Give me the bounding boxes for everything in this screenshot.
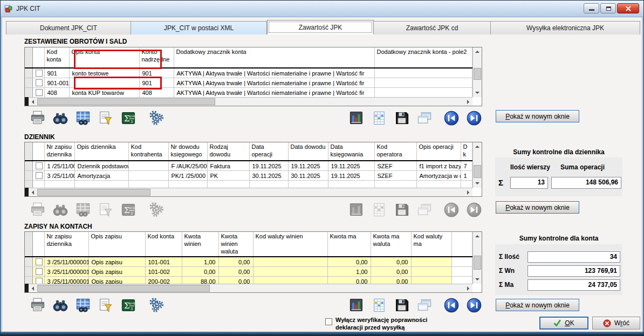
windows-copy-icon[interactable] xyxy=(416,297,433,313)
ok-button[interactable]: OK xyxy=(539,317,588,330)
vertical-scrollbar[interactable] xyxy=(472,142,482,188)
table-search-icon[interactable] xyxy=(75,297,91,313)
scrollbar-thumb[interactable] xyxy=(474,68,481,80)
scroll-left-icon[interactable] xyxy=(29,98,37,106)
sigma-icon[interactable]: Σx+43 xyxy=(120,110,136,126)
gears-icon[interactable] xyxy=(148,110,165,126)
spreadsheet-icon[interactable] xyxy=(371,297,387,313)
nav-last-icon[interactable] xyxy=(466,110,482,126)
scrollbar-thumb[interactable] xyxy=(474,165,481,178)
nav-first-icon[interactable] xyxy=(443,297,460,313)
table-row[interactable]: 3 /25/11/000001Opis zapisu 101-0020,00 0… xyxy=(25,267,472,277)
titlebar[interactable]: JPK CIT xyxy=(1,1,643,17)
save-icon[interactable] xyxy=(394,202,410,218)
chart-icon[interactable] xyxy=(348,297,365,313)
scrollbar-thumb[interactable] xyxy=(474,256,481,270)
spreadsheet-icon[interactable] xyxy=(371,110,387,126)
scroll-left-icon[interactable] xyxy=(29,188,37,197)
nav-first-icon[interactable] xyxy=(443,110,460,126)
sigma-icon[interactable]: Σx+43 xyxy=(120,297,136,313)
chart-icon[interactable] xyxy=(348,110,365,126)
spreadsheet-icon[interactable] xyxy=(371,202,387,218)
binoculars-icon[interactable] xyxy=(52,202,68,218)
save-icon[interactable] xyxy=(394,297,410,313)
horizontal-scrollbar[interactable] xyxy=(29,284,472,292)
show-new-window-button-zestawienie[interactable]: Pokaż w nowym oknie xyxy=(496,110,579,122)
empty-opis-konta-cell xyxy=(69,78,139,88)
gears-icon[interactable] xyxy=(148,297,165,313)
scroll-right-icon[interactable] xyxy=(464,98,472,106)
printer-icon[interactable] xyxy=(30,297,46,313)
scroll-right-icon[interactable] xyxy=(464,284,472,293)
checkbox-header xyxy=(32,47,44,68)
tab-zawartosc-jpk-cd[interactable]: Zawartość JPK cd xyxy=(374,21,491,35)
back-button[interactable]: Wróć xyxy=(592,317,640,330)
col-header: Nr zapisu dziennika xyxy=(44,232,88,257)
table-row[interactable]: 1 /25/11/0000Dziennik podstawow F /AUK/2… xyxy=(25,161,472,171)
scroll-up-icon[interactable] xyxy=(473,47,482,56)
sigma-icon[interactable]: Σx+43 xyxy=(120,202,136,218)
filter-report-icon[interactable] xyxy=(98,297,114,313)
nav-last-icon[interactable] xyxy=(466,297,482,313)
scrollbar-thumb[interactable] xyxy=(37,285,210,292)
table-search-icon[interactable] xyxy=(75,202,91,218)
row-checkbox[interactable] xyxy=(36,70,43,77)
chart-icon[interactable] xyxy=(348,202,365,218)
printer-icon[interactable] xyxy=(30,202,46,218)
table-row[interactable]: 3 /25/11/0000Amortyzacja PK/1 /25/000 PK… xyxy=(25,171,472,181)
window-bottom-border xyxy=(1,332,643,335)
filter-report-icon[interactable] xyxy=(98,110,114,126)
show-new-window-button-dziennik[interactable]: Pokaż w nowym oknie xyxy=(496,201,579,214)
show-new-window-button-zapisy[interactable]: Pokaż w nowym oknie xyxy=(496,299,579,311)
close-button[interactable] xyxy=(617,3,639,13)
table-row[interactable]: 3 /25/11/000001Opis zapisu 101-0011,00 0… xyxy=(25,257,472,267)
horizontal-scrollbar[interactable] xyxy=(29,97,472,106)
scrollbar-thumb[interactable] xyxy=(37,189,150,196)
row-checkbox[interactable] xyxy=(36,162,43,169)
nav-first-icon[interactable] xyxy=(443,202,460,218)
table-search-icon[interactable] xyxy=(75,110,91,126)
vertical-scrollbar[interactable] xyxy=(472,47,482,97)
scroll-up-icon[interactable] xyxy=(473,232,482,241)
windows-copy-icon[interactable] xyxy=(416,202,433,218)
minimize-button[interactable] xyxy=(584,3,599,13)
disable-verification-checkbox[interactable] xyxy=(325,318,332,325)
row-checkbox[interactable] xyxy=(36,79,43,86)
dziennik-grid: Nr zapisu dziennika Opis dziennika Kod k… xyxy=(24,142,482,197)
row-checkbox[interactable] xyxy=(36,258,43,265)
windows-copy-icon[interactable] xyxy=(416,110,433,126)
tab-dokument-jpk-cit[interactable]: Dokument JPK_CIT xyxy=(6,21,131,35)
binoculars-icon[interactable] xyxy=(52,297,68,313)
sum-ma-label: Σ Ma xyxy=(499,281,513,289)
sum-ilosc-label: Σ Ilość xyxy=(499,253,519,260)
table-row[interactable]: 901 konto testowe 901 AKTYWA | Aktywa tr… xyxy=(25,68,472,78)
tab-wysylka-elektroniczna-jpk[interactable]: Wysyłka elektroniczna JPK xyxy=(491,21,640,35)
scroll-down-icon[interactable] xyxy=(473,88,482,97)
scroll-left-icon[interactable] xyxy=(29,284,37,293)
table-row[interactable]: 901-001 901 AKTYWA | Aktywa trwałe | War… xyxy=(25,78,472,88)
horizontal-scrollbar[interactable] xyxy=(29,188,472,196)
scroll-up-icon[interactable] xyxy=(473,142,482,151)
row-checkbox[interactable] xyxy=(36,89,43,96)
window-title: JPK CIT xyxy=(16,5,40,12)
scroll-down-icon[interactable] xyxy=(473,275,482,284)
scroll-down-icon[interactable] xyxy=(473,179,482,188)
col-header: Data dowodu xyxy=(288,142,328,161)
scrollbar-thumb[interactable] xyxy=(37,98,215,105)
row-checkbox[interactable] xyxy=(36,172,43,179)
tab-zawartosc-jpk[interactable]: Zawartość JPK xyxy=(267,20,374,35)
filter-report-icon[interactable] xyxy=(98,202,114,218)
table-row[interactable]: 408 konta KUP towarów 408 AKTYWA | Aktyw… xyxy=(25,88,472,98)
vertical-scrollbar[interactable] xyxy=(472,232,482,284)
printer-icon[interactable] xyxy=(30,110,46,126)
section-title-zapisy: ZAPISY NA KONTACH xyxy=(24,223,92,230)
gears-icon[interactable] xyxy=(148,202,165,218)
scroll-right-icon[interactable] xyxy=(464,188,472,197)
restore-button[interactable] xyxy=(600,3,616,13)
nav-last-icon[interactable] xyxy=(466,202,482,218)
row-checkbox[interactable] xyxy=(36,268,43,275)
binoculars-icon[interactable] xyxy=(52,110,68,126)
save-icon[interactable] xyxy=(394,110,410,126)
check-icon xyxy=(553,319,561,327)
tab-jpk-cit-xml[interactable]: JPK_CIT w postaci XML xyxy=(131,21,267,35)
